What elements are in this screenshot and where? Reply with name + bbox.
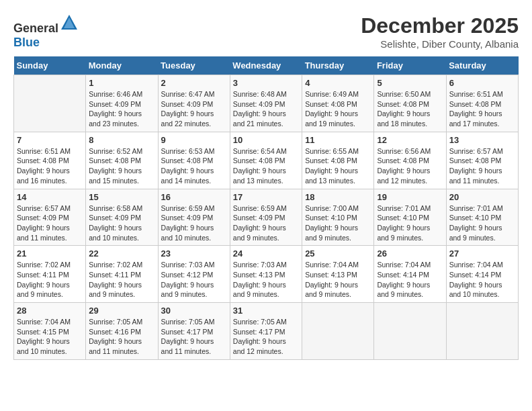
calendar-cell: 5Sunrise: 6:50 AMSunset: 4:08 PMDaylight… — [374, 75, 446, 132]
weekday-header-sunday: Sunday — [14, 56, 86, 75]
day-info: Sunrise: 7:03 AMSunset: 4:12 PMDaylight:… — [161, 260, 227, 300]
day-number: 2 — [161, 78, 227, 88]
logo-text: General Blue — [13, 13, 79, 50]
day-number: 10 — [233, 135, 299, 145]
day-info: Sunrise: 6:50 AMSunset: 4:08 PMDaylight:… — [377, 89, 443, 129]
title-block: December 2025 Selishte, Diber County, Al… — [361, 13, 519, 50]
calendar-cell: 17Sunrise: 6:59 AMSunset: 4:09 PMDayligh… — [230, 189, 302, 246]
calendar-cell: 10Sunrise: 6:54 AMSunset: 4:08 PMDayligh… — [230, 132, 302, 189]
day-number: 6 — [449, 78, 515, 88]
day-number: 14 — [17, 192, 83, 202]
calendar-cell — [14, 75, 86, 132]
day-number: 24 — [233, 248, 299, 259]
day-number: 5 — [377, 78, 443, 88]
day-number: 29 — [89, 306, 154, 316]
day-number: 8 — [89, 135, 154, 145]
day-number: 11 — [305, 135, 371, 145]
day-info: Sunrise: 7:01 AMSunset: 4:10 PMDaylight:… — [377, 203, 443, 243]
calendar-cell: 6Sunrise: 6:51 AMSunset: 4:08 PMDaylight… — [446, 75, 518, 132]
day-info: Sunrise: 7:00 AMSunset: 4:10 PMDaylight:… — [305, 203, 371, 243]
day-number: 23 — [161, 248, 227, 259]
calendar-cell: 23Sunrise: 7:03 AMSunset: 4:12 PMDayligh… — [158, 246, 230, 303]
calendar-cell: 22Sunrise: 7:02 AMSunset: 4:11 PMDayligh… — [86, 246, 158, 303]
page-header: General Blue December 2025 Selishte, Dib… — [13, 13, 519, 50]
day-number: 30 — [161, 306, 227, 316]
day-number: 12 — [377, 135, 443, 145]
calendar-cell: 24Sunrise: 7:03 AMSunset: 4:13 PMDayligh… — [230, 246, 302, 303]
day-info: Sunrise: 7:01 AMSunset: 4:10 PMDaylight:… — [449, 203, 515, 243]
calendar-table: SundayMondayTuesdayWednesdayThursdayFrid… — [13, 56, 519, 360]
day-number: 4 — [305, 78, 371, 88]
weekday-header-thursday: Thursday — [302, 56, 374, 75]
day-info: Sunrise: 6:59 AMSunset: 4:09 PMDaylight:… — [233, 203, 299, 243]
day-info: Sunrise: 6:48 AMSunset: 4:09 PMDaylight:… — [233, 89, 299, 129]
day-number: 1 — [89, 78, 154, 88]
calendar-cell: 1Sunrise: 6:46 AMSunset: 4:09 PMDaylight… — [86, 75, 158, 132]
logo-blue: Blue — [13, 36, 40, 49]
month-title: December 2025 — [361, 13, 519, 38]
day-info: Sunrise: 7:05 AMSunset: 4:17 PMDaylight:… — [233, 317, 299, 357]
logo-icon — [60, 13, 79, 32]
day-info: Sunrise: 7:02 AMSunset: 4:11 PMDaylight:… — [17, 260, 83, 300]
logo-general: General — [13, 23, 79, 34]
day-number: 16 — [161, 192, 227, 202]
weekday-header-wednesday: Wednesday — [230, 56, 302, 75]
day-number: 19 — [377, 192, 443, 202]
day-info: Sunrise: 6:52 AMSunset: 4:08 PMDaylight:… — [89, 146, 154, 186]
calendar-cell: 31Sunrise: 7:05 AMSunset: 4:17 PMDayligh… — [230, 303, 302, 360]
calendar-cell — [446, 303, 518, 360]
day-number: 13 — [449, 135, 515, 145]
day-number: 3 — [233, 78, 299, 88]
calendar-cell — [302, 303, 374, 360]
calendar-cell: 18Sunrise: 7:00 AMSunset: 4:10 PMDayligh… — [302, 189, 374, 246]
calendar-cell: 15Sunrise: 6:58 AMSunset: 4:09 PMDayligh… — [86, 189, 158, 246]
calendar-cell: 27Sunrise: 7:04 AMSunset: 4:14 PMDayligh… — [446, 246, 518, 303]
day-info: Sunrise: 6:57 AMSunset: 4:08 PMDaylight:… — [449, 146, 515, 186]
day-info: Sunrise: 7:03 AMSunset: 4:13 PMDaylight:… — [233, 260, 299, 300]
day-info: Sunrise: 6:46 AMSunset: 4:09 PMDaylight:… — [89, 89, 154, 129]
calendar-cell: 12Sunrise: 6:56 AMSunset: 4:08 PMDayligh… — [374, 132, 446, 189]
day-info: Sunrise: 7:04 AMSunset: 4:14 PMDaylight:… — [449, 260, 515, 300]
day-info: Sunrise: 7:05 AMSunset: 4:16 PMDaylight:… — [89, 317, 154, 357]
calendar-cell: 28Sunrise: 7:04 AMSunset: 4:15 PMDayligh… — [14, 303, 86, 360]
day-info: Sunrise: 7:02 AMSunset: 4:11 PMDaylight:… — [89, 260, 154, 300]
calendar-cell: 13Sunrise: 6:57 AMSunset: 4:08 PMDayligh… — [446, 132, 518, 189]
day-info: Sunrise: 6:49 AMSunset: 4:08 PMDaylight:… — [305, 89, 371, 129]
day-number: 20 — [449, 192, 515, 202]
calendar-cell: 7Sunrise: 6:51 AMSunset: 4:08 PMDaylight… — [14, 132, 86, 189]
day-number: 18 — [305, 192, 371, 202]
day-info: Sunrise: 6:58 AMSunset: 4:09 PMDaylight:… — [89, 203, 154, 243]
day-info: Sunrise: 6:55 AMSunset: 4:08 PMDaylight:… — [305, 146, 371, 186]
day-info: Sunrise: 6:51 AMSunset: 4:08 PMDaylight:… — [17, 146, 83, 186]
calendar-cell: 11Sunrise: 6:55 AMSunset: 4:08 PMDayligh… — [302, 132, 374, 189]
weekday-header-tuesday: Tuesday — [158, 56, 230, 75]
weekday-header-friday: Friday — [374, 56, 446, 75]
weekday-header-monday: Monday — [86, 56, 158, 75]
day-number: 9 — [161, 135, 227, 145]
day-info: Sunrise: 6:54 AMSunset: 4:08 PMDaylight:… — [233, 146, 299, 186]
calendar-cell: 29Sunrise: 7:05 AMSunset: 4:16 PMDayligh… — [86, 303, 158, 360]
calendar-cell: 16Sunrise: 6:59 AMSunset: 4:09 PMDayligh… — [158, 189, 230, 246]
day-info: Sunrise: 7:04 AMSunset: 4:14 PMDaylight:… — [377, 260, 443, 300]
day-info: Sunrise: 7:04 AMSunset: 4:15 PMDaylight:… — [17, 317, 83, 357]
calendar-cell: 30Sunrise: 7:05 AMSunset: 4:17 PMDayligh… — [158, 303, 230, 360]
day-number: 26 — [377, 248, 443, 259]
day-info: Sunrise: 6:53 AMSunset: 4:08 PMDaylight:… — [161, 146, 227, 186]
day-info: Sunrise: 6:56 AMSunset: 4:08 PMDaylight:… — [377, 146, 443, 186]
day-number: 25 — [305, 248, 371, 259]
weekday-header-saturday: Saturday — [446, 56, 518, 75]
day-number: 31 — [233, 306, 299, 316]
day-number: 28 — [17, 306, 83, 316]
day-number: 15 — [89, 192, 154, 202]
calendar-cell: 20Sunrise: 7:01 AMSunset: 4:10 PMDayligh… — [446, 189, 518, 246]
calendar-cell: 4Sunrise: 6:49 AMSunset: 4:08 PMDaylight… — [302, 75, 374, 132]
calendar-cell: 26Sunrise: 7:04 AMSunset: 4:14 PMDayligh… — [374, 246, 446, 303]
calendar-cell: 9Sunrise: 6:53 AMSunset: 4:08 PMDaylight… — [158, 132, 230, 189]
calendar-cell: 2Sunrise: 6:47 AMSunset: 4:09 PMDaylight… — [158, 75, 230, 132]
calendar-cell — [374, 303, 446, 360]
day-info: Sunrise: 6:47 AMSunset: 4:09 PMDaylight:… — [161, 89, 227, 129]
day-info: Sunrise: 6:59 AMSunset: 4:09 PMDaylight:… — [161, 203, 227, 243]
calendar-cell: 14Sunrise: 6:57 AMSunset: 4:09 PMDayligh… — [14, 189, 86, 246]
day-number: 21 — [17, 248, 83, 259]
logo: General Blue — [13, 13, 79, 50]
